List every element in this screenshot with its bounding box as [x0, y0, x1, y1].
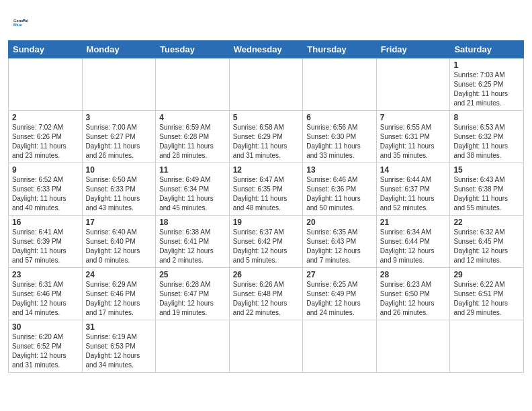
day-info: Sunrise: 6:59 AM Sunset: 6:28 PM Dayligh…: [159, 123, 226, 161]
day-number: 3: [86, 113, 152, 122]
calendar-cell: 6Sunrise: 6:56 AM Sunset: 6:30 PM Daylig…: [303, 111, 377, 163]
calendar-cell: [229, 58, 303, 111]
day-info: Sunrise: 6:47 AM Sunset: 6:35 PM Dayligh…: [233, 175, 300, 213]
calendar-cell: [156, 58, 230, 111]
weekday-header-saturday: Saturday: [450, 41, 524, 58]
day-info: Sunrise: 7:03 AM Sunset: 6:25 PM Dayligh…: [453, 71, 520, 108]
weekday-header-friday: Friday: [376, 41, 450, 58]
day-info: Sunrise: 6:28 AM Sunset: 6:47 PM Dayligh…: [159, 280, 226, 318]
day-number: 30: [12, 322, 79, 332]
calendar-cell: 3Sunrise: 7:00 AM Sunset: 6:27 PM Daylig…: [82, 111, 156, 163]
day-number: 5: [233, 113, 300, 122]
day-info: Sunrise: 6:55 AM Sunset: 6:31 PM Dayligh…: [380, 123, 447, 161]
calendar-cell: 17Sunrise: 6:40 AM Sunset: 6:40 PM Dayli…: [82, 216, 156, 268]
calendar-cell: 26Sunrise: 6:26 AM Sunset: 6:48 PM Dayli…: [229, 268, 303, 320]
day-info: Sunrise: 6:41 AM Sunset: 6:39 PM Dayligh…: [12, 228, 79, 265]
logo: General Blue: [13, 11, 38, 35]
day-number: 29: [453, 270, 520, 279]
day-number: 16: [12, 218, 79, 227]
calendar-header: SundayMondayTuesdayWednesdayThursdayFrid…: [9, 41, 524, 58]
calendar-cell: 11Sunrise: 6:49 AM Sunset: 6:34 PM Dayli…: [156, 163, 230, 216]
weekday-header-monday: Monday: [82, 41, 156, 58]
calendar-cell: 31Sunrise: 6:19 AM Sunset: 6:53 PM Dayli…: [82, 320, 156, 373]
weekday-header-thursday: Thursday: [303, 41, 377, 58]
day-number: 22: [453, 218, 520, 227]
day-number: 19: [233, 218, 300, 227]
day-number: 25: [159, 270, 226, 279]
day-info: Sunrise: 7:02 AM Sunset: 6:26 PM Dayligh…: [12, 123, 79, 161]
weekday-header-wednesday: Wednesday: [229, 41, 303, 58]
calendar-cell: 23Sunrise: 6:31 AM Sunset: 6:46 PM Dayli…: [9, 268, 83, 320]
weekday-header-sunday: Sunday: [9, 41, 83, 58]
day-info: Sunrise: 6:58 AM Sunset: 6:29 PM Dayligh…: [233, 123, 300, 161]
calendar-cell: 2Sunrise: 7:02 AM Sunset: 6:26 PM Daylig…: [9, 111, 83, 163]
calendar-cell: [303, 320, 377, 373]
calendar-cell: 25Sunrise: 6:28 AM Sunset: 6:47 PM Dayli…: [156, 268, 230, 320]
calendar-cell: [82, 58, 156, 111]
calendar-body: 1Sunrise: 7:03 AM Sunset: 6:25 PM Daylig…: [9, 58, 524, 373]
calendar-cell: [376, 58, 450, 111]
weekday-header-tuesday: Tuesday: [156, 41, 230, 58]
day-number: 31: [86, 322, 152, 332]
day-number: 23: [12, 270, 79, 279]
generalblue-logo-icon: General Blue: [13, 11, 38, 35]
calendar-week-3: 9Sunrise: 6:52 AM Sunset: 6:33 PM Daylig…: [9, 163, 524, 216]
day-info: Sunrise: 6:38 AM Sunset: 6:41 PM Dayligh…: [159, 228, 226, 265]
day-number: 21: [380, 218, 447, 227]
day-number: 28: [380, 270, 447, 279]
calendar-cell: [9, 58, 83, 111]
calendar-cell: 8Sunrise: 6:53 AM Sunset: 6:32 PM Daylig…: [450, 111, 524, 163]
calendar-week-1: 1Sunrise: 7:03 AM Sunset: 6:25 PM Daylig…: [9, 58, 524, 111]
calendar-cell: [303, 58, 377, 111]
svg-text:General: General: [13, 19, 28, 23]
page-header: General Blue: [0, 0, 532, 40]
day-number: 1: [453, 60, 520, 70]
calendar-week-5: 23Sunrise: 6:31 AM Sunset: 6:46 PM Dayli…: [9, 268, 524, 320]
calendar-cell: 18Sunrise: 6:38 AM Sunset: 6:41 PM Dayli…: [156, 216, 230, 268]
day-number: 26: [233, 270, 300, 279]
calendar-cell: 1Sunrise: 7:03 AM Sunset: 6:25 PM Daylig…: [450, 58, 524, 111]
day-info: Sunrise: 6:20 AM Sunset: 6:52 PM Dayligh…: [12, 332, 79, 370]
day-number: 9: [12, 165, 79, 175]
day-number: 15: [453, 165, 520, 175]
calendar-cell: 30Sunrise: 6:20 AM Sunset: 6:52 PM Dayli…: [9, 320, 83, 373]
day-info: Sunrise: 6:49 AM Sunset: 6:34 PM Dayligh…: [159, 175, 226, 213]
day-number: 6: [306, 113, 373, 122]
day-info: Sunrise: 6:35 AM Sunset: 6:43 PM Dayligh…: [306, 228, 373, 265]
calendar-week-6: 30Sunrise: 6:20 AM Sunset: 6:52 PM Dayli…: [9, 320, 524, 373]
calendar-cell: [229, 320, 303, 373]
day-info: Sunrise: 6:50 AM Sunset: 6:33 PM Dayligh…: [86, 175, 152, 213]
day-number: 4: [159, 113, 226, 122]
calendar-cell: [450, 320, 524, 373]
day-number: 2: [12, 113, 79, 122]
calendar-cell: 21Sunrise: 6:34 AM Sunset: 6:44 PM Dayli…: [376, 216, 450, 268]
day-info: Sunrise: 6:25 AM Sunset: 6:49 PM Dayligh…: [306, 280, 373, 318]
day-number: 14: [380, 165, 447, 175]
calendar-cell: 10Sunrise: 6:50 AM Sunset: 6:33 PM Dayli…: [82, 163, 156, 216]
day-number: 13: [306, 165, 373, 175]
day-info: Sunrise: 6:23 AM Sunset: 6:50 PM Dayligh…: [380, 280, 447, 318]
calendar-cell: 27Sunrise: 6:25 AM Sunset: 6:49 PM Dayli…: [303, 268, 377, 320]
day-info: Sunrise: 6:32 AM Sunset: 6:45 PM Dayligh…: [453, 228, 520, 265]
calendar-cell: 14Sunrise: 6:44 AM Sunset: 6:37 PM Dayli…: [376, 163, 450, 216]
day-info: Sunrise: 7:00 AM Sunset: 6:27 PM Dayligh…: [86, 123, 152, 161]
day-number: 12: [233, 165, 300, 175]
calendar-cell: [156, 320, 230, 373]
calendar-cell: 29Sunrise: 6:22 AM Sunset: 6:51 PM Dayli…: [450, 268, 524, 320]
calendar-cell: 16Sunrise: 6:41 AM Sunset: 6:39 PM Dayli…: [9, 216, 83, 268]
calendar-week-2: 2Sunrise: 7:02 AM Sunset: 6:26 PM Daylig…: [9, 111, 524, 163]
calendar-cell: 24Sunrise: 6:29 AM Sunset: 6:46 PM Dayli…: [82, 268, 156, 320]
day-info: Sunrise: 6:31 AM Sunset: 6:46 PM Dayligh…: [12, 280, 79, 318]
weekday-row: SundayMondayTuesdayWednesdayThursdayFrid…: [9, 41, 524, 58]
calendar-cell: 5Sunrise: 6:58 AM Sunset: 6:29 PM Daylig…: [229, 111, 303, 163]
calendar-cell: 19Sunrise: 6:37 AM Sunset: 6:42 PM Dayli…: [229, 216, 303, 268]
day-info: Sunrise: 6:52 AM Sunset: 6:33 PM Dayligh…: [12, 175, 79, 213]
day-number: 10: [86, 165, 152, 175]
day-number: 20: [306, 218, 373, 227]
day-number: 8: [453, 113, 520, 122]
calendar-week-4: 16Sunrise: 6:41 AM Sunset: 6:39 PM Dayli…: [9, 216, 524, 268]
day-info: Sunrise: 6:29 AM Sunset: 6:46 PM Dayligh…: [86, 280, 152, 318]
day-info: Sunrise: 6:26 AM Sunset: 6:48 PM Dayligh…: [233, 280, 300, 318]
day-info: Sunrise: 6:19 AM Sunset: 6:53 PM Dayligh…: [86, 332, 152, 370]
calendar-cell: 12Sunrise: 6:47 AM Sunset: 6:35 PM Dayli…: [229, 163, 303, 216]
